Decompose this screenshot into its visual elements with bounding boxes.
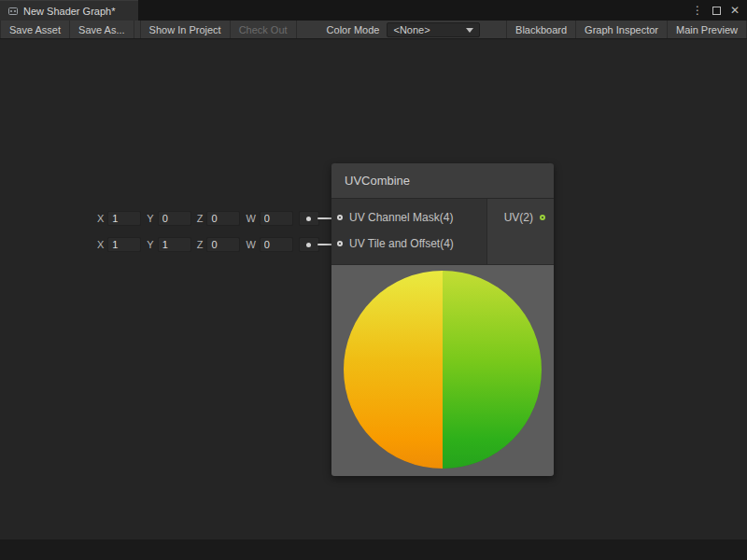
graph-inspector-toggle-button[interactable]: Graph Inspector <box>575 21 667 38</box>
tab-new-shader-graph[interactable]: New Shader Graph* <box>0 0 138 21</box>
x-label: X <box>97 213 104 224</box>
sphere-right-half <box>443 271 542 469</box>
output-row-uv: UV(2) <box>487 204 554 231</box>
close-icon[interactable]: ✕ <box>730 0 740 21</box>
sphere-left-half <box>344 271 443 469</box>
input-port-label: UV Channel Mask(4) <box>349 211 453 224</box>
node-body: UV Channel Mask(4) UV Tile and Offset(4)… <box>331 199 554 264</box>
chevron-down-icon <box>466 28 473 33</box>
w-input[interactable] <box>260 237 293 252</box>
w-label: W <box>246 239 255 250</box>
node-input-section: UV Channel Mask(4) UV Tile and Offset(4) <box>331 199 486 264</box>
input-port-label: UV Tile and Offset(4) <box>349 237 454 250</box>
preview-sphere <box>344 271 542 469</box>
vector-field-w: W <box>246 211 292 226</box>
z-input[interactable] <box>206 211 240 226</box>
kebab-menu-icon[interactable]: ⋮ <box>692 0 703 21</box>
y-input[interactable] <box>158 211 191 226</box>
maximize-icon[interactable] <box>712 7 721 15</box>
vector-field-z: Z <box>197 211 241 226</box>
y-label: Y <box>147 239 153 250</box>
vector-field-x: X <box>97 237 141 252</box>
node-title: UVCombine <box>345 174 410 188</box>
input-row-uv-tile-offset: UV Tile and Offset(4) <box>331 231 486 257</box>
vector-field-y: Y <box>147 237 190 252</box>
port-connector[interactable] <box>299 237 319 252</box>
y-input[interactable] <box>158 237 191 252</box>
output-port-label: UV(2) <box>504 211 533 224</box>
save-as-button[interactable]: Save As... <box>70 21 134 38</box>
main-preview-toggle-button[interactable]: Main Preview <box>667 21 747 38</box>
connector-dot-icon <box>306 243 311 247</box>
input-port-icon[interactable] <box>337 215 343 220</box>
shader-graph-window: New Shader Graph* ⋮ ✕ Save Asset Save As… <box>0 0 747 560</box>
color-mode-label: Color Mode <box>321 21 386 38</box>
shader-graph-icon <box>7 6 19 17</box>
graph-toolbar: Save Asset Save As... Show In Project Ch… <box>0 21 747 39</box>
x-input[interactable] <box>107 211 141 226</box>
w-input[interactable] <box>260 211 293 226</box>
color-mode-dropdown[interactable]: <None> <box>387 22 480 37</box>
w-label: W <box>246 213 255 224</box>
output-port-icon[interactable] <box>540 215 545 220</box>
tab-title: New Shader Graph* <box>23 6 115 17</box>
window-controls: ⋮ ✕ <box>692 0 747 21</box>
connector-dot-icon <box>306 217 311 221</box>
input-port-icon[interactable] <box>337 241 343 246</box>
toolbar-right-group: Blackboard Graph Inspector Main Preview <box>506 21 747 38</box>
bottom-bar <box>0 539 747 560</box>
node-preview <box>331 264 554 476</box>
z-label: Z <box>197 213 204 224</box>
vector-field-x: X <box>97 211 141 226</box>
vector-field-w: W <box>246 237 292 252</box>
node-output-section: UV(2) <box>486 199 554 264</box>
show-in-project-button[interactable]: Show In Project <box>140 21 231 38</box>
tab-bar: New Shader Graph* ⋮ ✕ <box>0 0 747 21</box>
port-connector[interactable] <box>299 211 319 226</box>
vector4-row-uv-channel-mask: X Y Z W <box>97 210 319 227</box>
save-asset-button[interactable]: Save Asset <box>0 21 70 38</box>
x-label: X <box>97 239 104 250</box>
node-header[interactable]: UVCombine <box>331 163 554 199</box>
vector-field-z: Z <box>197 237 241 252</box>
vector4-row-uv-tile-offset: X Y Z W <box>97 236 319 253</box>
input-row-uv-channel-mask: UV Channel Mask(4) <box>331 204 486 231</box>
blackboard-toggle-button[interactable]: Blackboard <box>506 21 575 38</box>
z-label: Z <box>197 239 204 250</box>
y-label: Y <box>147 213 153 224</box>
uvcombine-node[interactable]: UVCombine UV Channel Mask(4) UV Tile and… <box>331 163 554 476</box>
vector-field-y: Y <box>147 211 190 226</box>
z-input[interactable] <box>206 237 240 252</box>
x-input[interactable] <box>107 237 141 252</box>
check-out-button: Check Out <box>231 21 297 38</box>
color-mode-value: <None> <box>393 24 430 35</box>
